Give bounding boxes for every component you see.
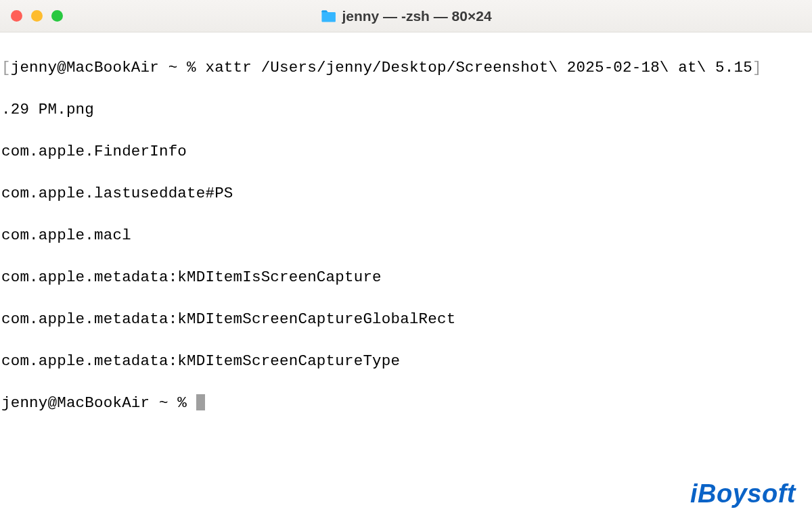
prompt: jenny@MacBookAir ~ % xyxy=(1,394,196,412)
terminal-line-8: com.apple.metadata:kMDItemScreenCaptureT… xyxy=(1,351,811,372)
open-bracket: [ xyxy=(1,59,11,76)
terminal-line-4: com.apple.lastuseddate#PS xyxy=(1,183,811,204)
folder-icon xyxy=(320,9,336,23)
terminal-line-3: com.apple.FinderInfo xyxy=(1,141,811,162)
watermark-text: iBoysoft xyxy=(690,479,796,508)
cmd-line-1: jenny@MacBookAir ~ % xattr /Users/jenny/… xyxy=(11,59,752,76)
close-button[interactable] xyxy=(11,10,22,22)
terminal-prompt-line: jenny@MacBookAir ~ % xyxy=(1,393,811,414)
cursor xyxy=(196,394,205,410)
watermark-logo: iBoysoft xyxy=(690,479,796,508)
terminal-line-7: com.apple.metadata:kMDItemScreenCaptureG… xyxy=(1,309,811,330)
title-bar: jenny — -zsh — 80×24 xyxy=(0,0,812,32)
window-title: jenny — -zsh — 80×24 xyxy=(342,8,491,24)
terminal-line-5: com.apple.macl xyxy=(1,225,811,246)
traffic-lights xyxy=(11,10,63,22)
terminal-line-6: com.apple.metadata:kMDItemIsScreenCaptur… xyxy=(1,267,811,288)
window-title-group: jenny — -zsh — 80×24 xyxy=(320,8,491,24)
minimize-button[interactable] xyxy=(31,10,43,22)
maximize-button[interactable] xyxy=(51,10,63,22)
terminal-line-1: [jenny@MacBookAir ~ % xattr /Users/jenny… xyxy=(1,57,811,78)
terminal-output[interactable]: [jenny@MacBookAir ~ % xattr /Users/jenny… xyxy=(0,32,812,522)
close-bracket: ] xyxy=(752,59,762,76)
terminal-line-2: .29 PM.png xyxy=(1,99,811,120)
